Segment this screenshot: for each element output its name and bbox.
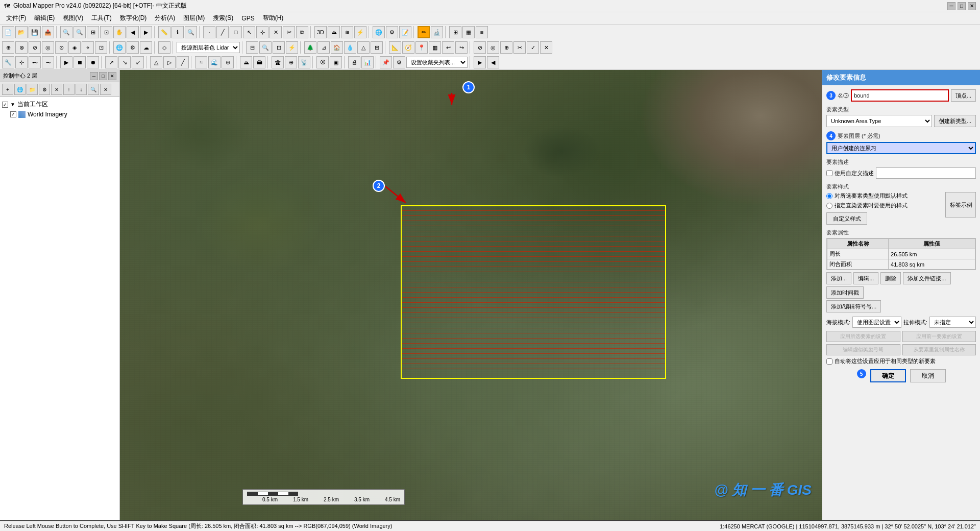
tb3-extra1[interactable]: ▶ [474, 56, 486, 68]
feature-type-select[interactable]: Unknown Area Type [826, 115, 932, 127]
custom-style-button[interactable]: 自定义样式 [826, 212, 867, 225]
tb2-7[interactable]: ⌖ [82, 41, 94, 54]
tb2-mark[interactable]: 📍 [415, 41, 428, 54]
settings-btn[interactable]: ⚙ [386, 26, 398, 38]
panel-close-btn[interactable]: ✕ [108, 72, 116, 80]
use-custom-desc-checkbox[interactable] [826, 170, 832, 176]
building-btn[interactable]: 🏠 [331, 41, 343, 54]
info-btn[interactable]: ℹ [172, 26, 184, 38]
auto-apply-checkbox[interactable] [826, 358, 832, 365]
attr-btn[interactable]: ≡ [476, 26, 488, 38]
menu-analysis[interactable]: 分析(A) [151, 13, 179, 23]
menu-gps[interactable]: GPS [237, 14, 258, 23]
tb3-play[interactable]: ▶ [60, 56, 72, 68]
tb2-more[interactable]: ⊞ [371, 41, 383, 54]
script-btn[interactable]: 📝 [399, 26, 411, 38]
tb3-extra2[interactable]: ◀ [487, 56, 499, 68]
tb2-11[interactable]: ☁ [140, 41, 152, 54]
tb3-path1[interactable]: ↗ [105, 56, 117, 68]
tb3-pin[interactable]: 📌 [380, 56, 392, 68]
tb2-check[interactable]: ✓ [527, 41, 539, 54]
sea-mode-select[interactable]: 使用图层设置 [852, 317, 901, 328]
tb3-report[interactable]: 📊 [361, 56, 374, 68]
panel-restore-btn[interactable]: □ [99, 72, 107, 80]
vertex-button[interactable]: 顶点... [951, 89, 976, 102]
menu-layer[interactable]: 图层(M) [179, 13, 209, 23]
overlay-btn[interactable]: ▦ [462, 26, 475, 38]
tb3-dem2[interactable]: 🏔 [253, 56, 265, 68]
edit-attr-button[interactable]: 编辑... [853, 272, 878, 284]
select-btn[interactable]: ↖ [243, 26, 255, 38]
color-mode-dropdown[interactable]: 按源图层着色 Lidar [177, 42, 240, 53]
layer-settings-btn[interactable]: ⚙ [39, 84, 50, 95]
layer-remove-btn[interactable]: ✕ [51, 84, 62, 95]
map-area[interactable]: 1 2 [120, 70, 822, 520]
layer-folder-btn[interactable]: 📁 [27, 84, 38, 95]
workspace-checkbox[interactable] [2, 102, 8, 108]
tb3-water1[interactable]: ≈ [195, 56, 207, 68]
menu-file[interactable]: 文件(F) [2, 13, 30, 23]
water-btn[interactable]: 💧 [344, 41, 356, 54]
menu-help[interactable]: 帮助(H) [259, 13, 288, 23]
panel-minimize-btn[interactable]: ─ [90, 72, 98, 80]
draw-area-btn[interactable]: □ [230, 26, 242, 38]
create-new-type-button[interactable]: 创建新类型... [934, 115, 976, 127]
close-button[interactable]: ✕ [968, 2, 976, 10]
grid-btn[interactable]: ⊞ [449, 26, 461, 38]
panel-header-btns[interactable]: ─ □ ✕ [90, 72, 116, 80]
draw-point-btn[interactable]: · [203, 26, 215, 38]
attr-scroll-area[interactable]: 属性名称 属性值 周长 26.505 km 闭合面积 [826, 238, 976, 270]
tb3-rec[interactable]: ⏺ [87, 56, 99, 68]
menu-search[interactable]: 搜索(S) [209, 13, 237, 23]
tb3-path2[interactable]: ↘ [118, 56, 131, 68]
menu-edit[interactable]: 编辑(E) [30, 13, 59, 23]
next-view-btn[interactable]: ▶ [140, 26, 152, 38]
zoom-out-btn[interactable]: 🔍 [74, 26, 86, 38]
layer-up-btn[interactable]: ↑ [63, 84, 75, 95]
menu-view[interactable]: 视图(V) [59, 13, 87, 23]
layer-group-header[interactable]: ▼ 当前工作区 [2, 99, 117, 110]
tb3-config[interactable]: ⚙ [393, 56, 405, 68]
tb3-center[interactable]: ⊕ [285, 56, 297, 68]
tb2-split[interactable]: ⊘ [474, 41, 486, 54]
draw-line-btn[interactable]: ╱ [216, 26, 229, 38]
tb3-signal[interactable]: 📡 [298, 56, 310, 68]
3d-btn[interactable]: 3D [314, 26, 327, 38]
restore-button[interactable]: □ [958, 2, 966, 10]
export-btn[interactable]: 📤 [42, 26, 54, 38]
tb3-water3[interactable]: ⊛ [222, 56, 234, 68]
zoom-level-btn[interactable]: 🔍 [259, 41, 272, 54]
layer-down-btn[interactable]: ↓ [76, 84, 87, 95]
tb3-roads[interactable]: 🛣 [272, 56, 284, 68]
layer-select[interactable]: 用户创建的连累习 [826, 142, 976, 154]
zoom-in-btn[interactable]: 🔍 [60, 26, 72, 38]
tb2-buffer[interactable]: ◎ [487, 41, 499, 54]
tb2-1[interactable]: ⊕ [2, 41, 14, 54]
tb2-cross[interactable]: ✕ [540, 41, 552, 54]
lidar2-btn[interactable]: ⚡ [286, 41, 298, 54]
add-file-link-button[interactable]: 添加文件链接... [903, 272, 950, 284]
contour-btn[interactable]: ≋ [341, 26, 353, 38]
layer-item-world-imagery[interactable]: World Imagery [2, 110, 117, 119]
road-btn[interactable]: ⊿ [317, 41, 330, 54]
label-example-button[interactable]: 标签示例 [945, 192, 976, 218]
tb3-water2[interactable]: 🌊 [208, 56, 220, 68]
tb2-6[interactable]: ◈ [68, 41, 81, 54]
edit-feature-btn[interactable]: ✏ [418, 26, 430, 38]
add-edit-symbol-button[interactable]: 添加/编辑符号号... [826, 300, 881, 312]
tb3-tri[interactable]: △ [150, 56, 162, 68]
zoom-area-btn[interactable]: ⊡ [273, 41, 285, 54]
tb2-10[interactable]: ⚙ [127, 41, 139, 54]
save-btn[interactable]: 💾 [29, 26, 41, 38]
measure-btn[interactable]: 📏 [158, 26, 170, 38]
layer-close2-btn[interactable]: ✕ [100, 84, 111, 95]
menu-digitize[interactable]: 数字化(D) [116, 13, 151, 23]
tb2-measure[interactable]: 📐 [389, 41, 401, 54]
tb2-undo[interactable]: ↩ [442, 41, 454, 54]
tb3-lidar3d[interactable]: ⦿ [316, 56, 329, 68]
desc-input[interactable] [876, 167, 976, 179]
style-custom-radio[interactable] [826, 203, 832, 209]
titlebar-right[interactable]: ─ □ ✕ [947, 2, 976, 10]
add-attr-button[interactable]: 添加... [826, 272, 851, 284]
copy-btn[interactable]: ⧉ [296, 26, 308, 38]
